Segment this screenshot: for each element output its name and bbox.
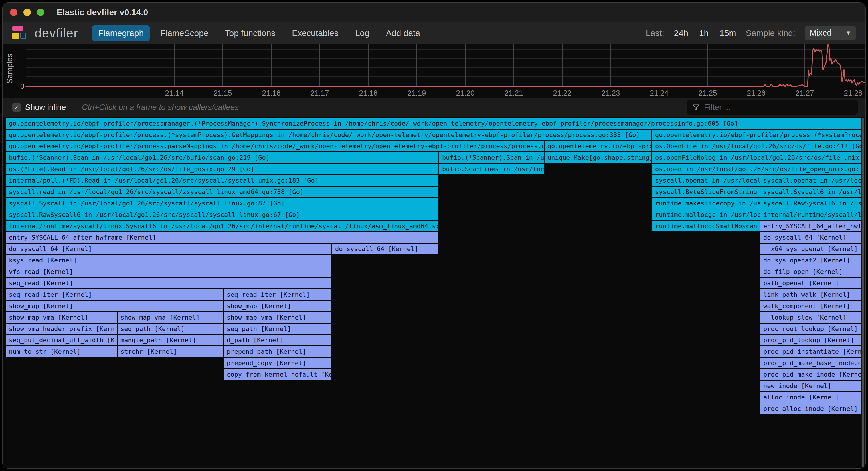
flame-frame-go[interactable]: os.open in /usr/local/go1.26/src/os/file… — [652, 164, 862, 174]
flame-frame-kernel[interactable]: prepend_path [Kernel] — [224, 346, 332, 357]
flame-frame-go[interactable]: syscall.openat in /usr/local — [652, 175, 760, 186]
flame-frame-kernel[interactable]: new_inode [Kernel] — [761, 381, 862, 391]
title-bar: Elastic devfiler v0.14.0 — [3, 3, 865, 22]
flame-frame-kernel[interactable]: show_map_vma [Kernel] — [6, 312, 117, 323]
time-range-24h[interactable]: 24h — [674, 28, 688, 38]
flame-frame-kernel[interactable]: show_map_vma [Kernel] — [118, 312, 223, 323]
flame-frame-kernel[interactable]: seq_path [Kernel] — [118, 323, 223, 334]
flame-frame-kernel[interactable]: show_map_vma [Kernel] — [224, 312, 332, 323]
flame-frame-kernel[interactable]: strchr [Kernel] — [118, 346, 223, 357]
flamegraph-toolbar: ✓ Show inline Ctrl+Click on a frame to s… — [3, 98, 865, 117]
flame-frame-kernel[interactable]: path_openat [Kernel] — [761, 278, 862, 288]
tab-add-data[interactable]: Add data — [380, 25, 427, 41]
flame-frame-kernel[interactable]: proc_pid_make_base_inode.c — [761, 358, 862, 368]
flame-frame-kernel[interactable]: proc_root_lookup [Kernel] — [761, 323, 862, 334]
x-tick-label: 21:18 — [352, 89, 384, 98]
x-tick-label: 21:27 — [789, 89, 820, 98]
minimize-window-button[interactable] — [23, 8, 31, 16]
tab-flamescope[interactable]: FlameScope — [154, 25, 215, 41]
flame-frame-go[interactable]: go.opentelemetry.io/ebpf-profiler/proces… — [6, 118, 862, 129]
flame-frame-kernel[interactable]: __lookup_slow [Kernel] — [761, 312, 862, 323]
flame-frame-kernel[interactable]: num_to_str [Kernel] — [6, 346, 117, 357]
flame-frame-go[interactable]: internal/runtime/syscall/linux.Syscall6 … — [6, 221, 438, 231]
flame-frame-kernel[interactable]: d_path [Kernel] — [224, 335, 332, 345]
flame-frame-kernel[interactable]: proc_alloc_inode [Kernel] — [761, 403, 862, 414]
maximize-window-button[interactable] — [37, 8, 44, 16]
flame-frame-kernel[interactable]: __x64_sys_openat [Kernel] — [761, 244, 862, 254]
flame-frame-go[interactable]: internal/poll.(*FD).Read in /usr/local/g… — [6, 175, 438, 186]
flamegraph-panel: go.opentelemetry.io/ebpf-profiler/proces… — [3, 117, 865, 468]
flame-frame-kernel[interactable]: link_path_walk [Kernel] — [761, 289, 862, 300]
flame-frame-kernel[interactable]: do_syscall_64 [Kernel] — [6, 244, 332, 254]
close-window-button[interactable] — [10, 8, 18, 16]
show-inline-checkbox[interactable]: ✓ — [12, 103, 21, 112]
flame-frame-kernel[interactable]: proc_pid_make_inode [Kerne — [761, 369, 862, 380]
x-tick-label: 21:28 — [837, 89, 866, 98]
filter-input[interactable] — [704, 102, 853, 112]
flame-frame-go[interactable]: unique.Make[go.shape.string] — [545, 152, 651, 163]
flame-frame-go[interactable]: go.opentelemetry.io/ebpf-profiler/proces… — [6, 141, 544, 152]
flame-frame-go[interactable]: go.opentelemetry.io/ebpf-profiler/proces… — [6, 129, 651, 140]
flame-frame-kernel[interactable]: show_vma_header_prefix [Kern — [6, 323, 117, 334]
flame-frame-go[interactable]: go.opentelemetry.io/ebpf-pro — [545, 141, 651, 152]
chart-y-axis-label: Samples — [5, 48, 14, 90]
x-tick-label: 21:17 — [304, 89, 336, 98]
time-range-1h[interactable]: 1h — [699, 28, 709, 38]
flame-frame-kernel[interactable]: do_sys_openat2 [Kernel] — [761, 255, 862, 265]
flame-frame-kernel[interactable]: seq_put_decimal_ull_width [K — [6, 335, 117, 345]
tab-flamegraph[interactable]: Flamegraph — [92, 25, 150, 41]
chart-y-zero-tick: 0 — [20, 82, 24, 91]
flame-frame-kernel[interactable]: proc_pid_lookup [Kernel] — [761, 335, 862, 345]
chevron-down-icon: ▼ — [845, 30, 851, 36]
flame-frame-kernel[interactable]: alloc_inode [Kernel] — [761, 392, 862, 403]
flame-frame-go[interactable]: os.(*File).Read in /usr/local/go1.26/src… — [6, 164, 438, 174]
flame-frame-go[interactable]: runtime.mallocgcSmallNoscan — [652, 221, 760, 231]
flame-frame-go[interactable]: syscall.Syscall6 in /usr/l — [761, 187, 862, 197]
flame-frame-go[interactable]: syscall.ByteSliceFromString — [652, 187, 760, 197]
flame-frame-go[interactable]: runtime.makeslicecopy in /us — [652, 198, 760, 209]
sample-kind-dropdown[interactable]: Mixed ▼ — [805, 26, 856, 40]
flame-frame-go[interactable]: bufio.ScanLines in /usr/loca — [439, 164, 544, 174]
flame-frame-kernel[interactable]: show_map [Kernel] — [224, 301, 332, 311]
flame-frame-kernel[interactable]: prepend_copy [Kernel] — [224, 358, 332, 368]
flame-frame-kernel[interactable]: seq_read [Kernel] — [6, 278, 332, 288]
time-range-15m[interactable]: 15m — [719, 28, 736, 38]
chart-canvas — [3, 44, 866, 98]
flame-frame-kernel[interactable]: do_filp_open [Kernel] — [761, 266, 862, 277]
flame-frame-kernel[interactable]: ksys_read [Kernel] — [6, 255, 332, 265]
flame-frame-kernel[interactable]: seq_read_iter [Kernel] — [6, 289, 223, 300]
vertical-scrollbar[interactable] — [861, 117, 865, 468]
flame-frame-go[interactable]: syscall.openat in /usr/loc — [761, 175, 862, 186]
flame-frame-go[interactable]: runtime.mallocgc in /usr/loc — [652, 210, 760, 220]
flame-frame-go[interactable]: go.opentelemetry.io/ebpf-profiler/proces… — [652, 129, 862, 140]
flame-frame-go[interactable]: syscall.RawSyscall6 in /usr/local/go1.26… — [6, 210, 438, 220]
flame-frame-kernel[interactable]: show_map [Kernel] — [6, 301, 223, 311]
tab-executables[interactable]: Executables — [285, 25, 345, 41]
flame-frame-kernel[interactable]: entry_SYSCALL_64_after_hwframe [Kernel] — [6, 232, 438, 243]
flame-frame-go[interactable]: internal/runtime/syscall/l — [761, 210, 862, 220]
flame-frame-kernel[interactable]: walk_component [Kernel] — [761, 301, 862, 311]
x-tick-label: 21:22 — [547, 89, 578, 98]
flame-frame-go[interactable]: syscall.RawSyscall6 in /us — [761, 198, 862, 209]
flame-frame-kernel[interactable]: seq_path [Kernel] — [224, 323, 332, 334]
flame-frame-go[interactable]: syscall.read in /usr/local/go1.26/src/sy… — [6, 187, 438, 197]
tab-top-functions[interactable]: Top functions — [219, 25, 282, 41]
flame-frame-kernel[interactable]: do_syscall_64 [Kernel] — [761, 232, 862, 243]
flame-frame-go[interactable]: os.OpenFile in /usr/local/go1.26/src/os/… — [652, 141, 862, 152]
flame-frame-kernel[interactable]: seq_read_iter [Kernel] — [224, 289, 332, 300]
samples-timeline-chart[interactable]: Samples 0 21:1421:1521:1621:1721:1821:19… — [3, 44, 865, 98]
filter-box[interactable] — [687, 100, 858, 115]
flame-frame-kernel[interactable]: mangle_path [Kernel] — [118, 335, 223, 345]
flame-frame-go[interactable]: syscall.Syscall in /usr/local/go1.26/src… — [6, 198, 438, 209]
flame-frame-kernel[interactable]: do_syscall_64 [Kernel] — [332, 244, 438, 254]
flame-frame-kernel[interactable]: copy_from_kernel_nofault [Ke — [224, 369, 332, 380]
flame-frame-kernel[interactable]: vfs_read [Kernel] — [6, 266, 332, 277]
flame-frame-go[interactable]: bufio.(*Scanner).Scan in /us — [439, 152, 544, 163]
flame-frame-kernel[interactable]: proc_pid_instantiate [Kern — [761, 346, 862, 357]
flame-frame-go[interactable]: bufio.(*Scanner).Scan in /usr/local/go1.… — [6, 152, 438, 163]
tab-log[interactable]: Log — [349, 25, 376, 41]
flame-frame-kernel[interactable]: entry_SYSCALL_64_after_hwf — [761, 221, 862, 231]
scrollbar-thumb[interactable] — [862, 118, 864, 467]
x-tick-label: 21:14 — [159, 89, 190, 98]
flame-frame-go[interactable]: os.openFileNolog in /usr/local/go1.26/sr… — [652, 152, 862, 163]
